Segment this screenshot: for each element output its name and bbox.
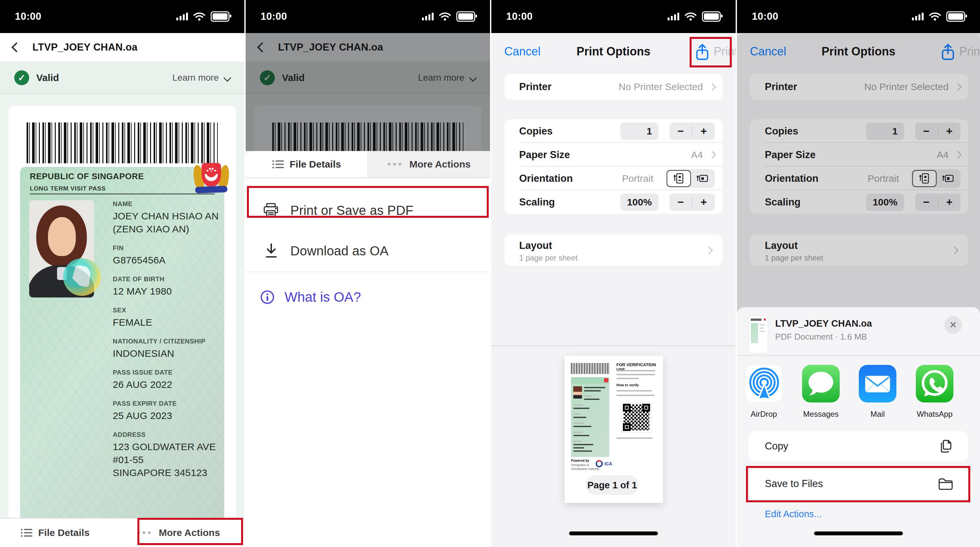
copies-stepper[interactable]: −+: [670, 122, 715, 140]
sheet-tab-bar: File Details ••• More Actions: [246, 151, 490, 178]
orientation-value: Portrait: [622, 173, 653, 184]
preview-photo: [573, 386, 582, 399]
nav-bar: LTVP_JOEY CHAN.oa: [0, 33, 244, 62]
scaling-stepper[interactable]: −+: [670, 194, 715, 211]
copies-value: 1: [620, 122, 659, 140]
field-issue-date: PASS ISSUE DATE 26 AUG 2022: [113, 369, 220, 391]
preview-pass-card: [571, 377, 609, 457]
print-or-save-pdf-item[interactable]: Print or Save as PDF: [246, 189, 490, 231]
tab-label: More Actions: [409, 159, 471, 170]
preview-crest-icon: [604, 378, 608, 382]
what-is-oa-label: What is OA?: [285, 289, 361, 305]
file-details-label: File Details: [38, 527, 89, 538]
orientation-toggle[interactable]: [666, 169, 715, 188]
cellular-icon: [422, 13, 434, 21]
sheet-header: Cancel Print Options Print: [491, 34, 736, 69]
paper-size-label: Paper Size: [519, 149, 570, 161]
airdrop-icon: [745, 365, 783, 402]
save-to-files-label: Save to Files: [765, 478, 823, 490]
status-icons: [176, 11, 229, 22]
cellular-icon: [668, 13, 679, 21]
download-icon: [264, 243, 279, 259]
save-to-files-action[interactable]: Save to Files: [749, 469, 968, 499]
copy-icon: [939, 439, 953, 454]
what-is-oa-link[interactable]: What is OA?: [246, 279, 490, 315]
mail-app[interactable]: Mail: [859, 365, 896, 419]
divider: [246, 272, 490, 272]
more-actions-label: More Actions: [159, 527, 220, 538]
share-icon[interactable]: [694, 43, 710, 61]
plus-icon[interactable]: +: [692, 125, 715, 137]
more-actions-button[interactable]: ••• More Actions: [137, 527, 220, 538]
document-body: REPUBLIC OF SINGAPORE LONG TERM VISIT PA…: [0, 94, 244, 518]
learn-more-button[interactable]: Learn more: [172, 73, 230, 83]
layout-value: 1 page per sheet: [519, 253, 578, 262]
info-icon: [260, 290, 275, 305]
minus-icon[interactable]: −: [670, 196, 692, 208]
pass-fields: NAME JOEY CHAN HSIAO AN (ZENG XIAO AN) F…: [113, 200, 220, 488]
printer-icon: [262, 202, 279, 219]
divider: [737, 355, 980, 356]
wifi-icon: [439, 12, 451, 21]
pass-type: LONG TERM VISIT PASS: [30, 185, 106, 192]
field-fin: FIN G8765456A: [113, 244, 220, 267]
field-expiry-date: PASS EXPIRY DATE 25 AUG 2023: [113, 400, 220, 422]
copies-label: Copies: [519, 126, 552, 137]
edit-actions-link[interactable]: Edit Actions...: [765, 509, 822, 520]
copies-row: Copies 1 −+: [504, 119, 723, 143]
copy-action[interactable]: Copy: [749, 431, 968, 461]
home-indicator[interactable]: [569, 531, 658, 535]
landscape-icon[interactable]: [691, 170, 714, 187]
field-dob: DATE OF BIRTH 12 MAY 1980: [113, 275, 220, 298]
paper-size-row[interactable]: Paper Size A4: [504, 143, 723, 167]
wifi-icon: [193, 12, 205, 21]
messages-icon: [802, 365, 840, 402]
status-icons: [912, 11, 965, 22]
cellular-icon: [176, 13, 188, 21]
close-button[interactable]: ✕: [944, 316, 962, 334]
download-as-oa-label: Download as OA: [290, 244, 388, 258]
whatsapp-app[interactable]: WhatsApp: [916, 365, 953, 419]
home-indicator[interactable]: [814, 531, 903, 535]
validity-status: Valid: [36, 72, 59, 83]
document-card: REPUBLIC OF SINGAPORE LONG TERM VISIT PA…: [8, 106, 236, 518]
bottom-action-bar: File Details ••• More Actions: [0, 518, 244, 547]
file-details-button[interactable]: File Details: [21, 527, 89, 538]
print-settings-group: Copies 1 −+ Paper Size A4 Orientation Po…: [504, 119, 723, 214]
status-bar: 10:00: [246, 0, 490, 33]
scaling-row: Scaling 100% −+: [504, 190, 723, 214]
ltvp-pass-card: REPUBLIC OF SINGAPORE LONG TERM VISIT PA…: [20, 167, 224, 518]
tab-file-details[interactable]: File Details: [246, 151, 368, 178]
chevron-down-icon: [223, 74, 231, 82]
battery-icon: [211, 11, 229, 22]
messages-app[interactable]: Messages: [802, 365, 840, 419]
ica-logo: ICA: [596, 460, 612, 467]
download-as-oa-item[interactable]: Download as OA: [246, 231, 490, 270]
battery-icon: [946, 11, 965, 22]
minus-icon[interactable]: −: [670, 125, 692, 137]
scaling-label: Scaling: [519, 196, 555, 208]
phone-screen-print-options: 10:00 Cancel Print Options Print Printer…: [491, 0, 736, 547]
plus-icon[interactable]: +: [692, 196, 715, 208]
scaling-value: 100%: [620, 194, 659, 211]
close-icon: ✕: [950, 320, 957, 330]
portrait-icon[interactable]: [667, 170, 691, 187]
printer-label: Printer: [519, 81, 552, 93]
printer-row[interactable]: Printer No Printer Selected: [504, 74, 723, 100]
tab-more-actions[interactable]: ••• More Actions: [368, 151, 490, 178]
clock: 10:00: [506, 11, 533, 22]
print-button[interactable]: Print: [714, 45, 736, 58]
orientation-row: Orientation Portrait: [504, 167, 723, 190]
preview-authority: Checkpoints Authority: [571, 467, 599, 471]
orientation-label: Orientation: [519, 173, 573, 184]
back-icon[interactable]: [11, 42, 21, 52]
page-indicator: Page 1 of 1: [586, 476, 638, 495]
layout-row[interactable]: Layout 1 page per sheet: [504, 235, 723, 266]
status-bar: 10:00: [491, 0, 736, 33]
airdrop-app[interactable]: AirDrop: [745, 365, 783, 419]
battery-icon: [456, 11, 475, 22]
status-bar: 10:00: [0, 0, 244, 33]
printer-value: No Printer Selected: [619, 81, 703, 92]
qr-code: [621, 402, 652, 433]
battery-icon: [702, 11, 721, 22]
